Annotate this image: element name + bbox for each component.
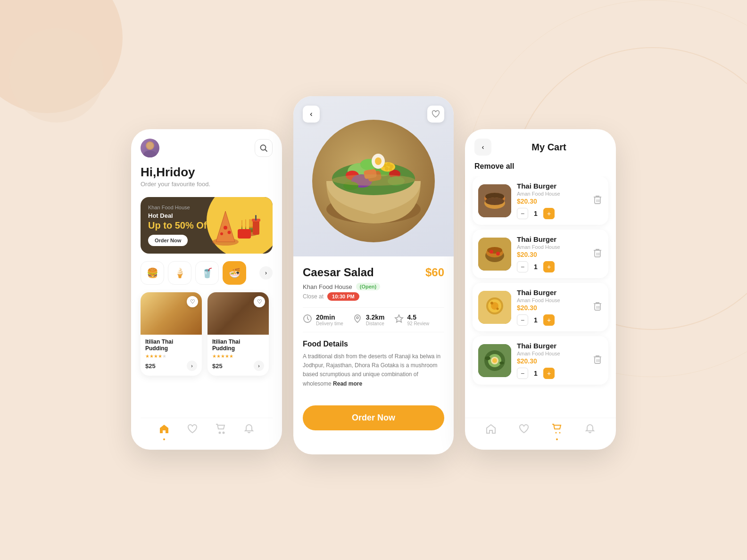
stat-rating: 4.5 92 Review bbox=[394, 313, 430, 326]
cart-nav-home[interactable] bbox=[486, 424, 496, 440]
nav-favorites[interactable] bbox=[187, 424, 198, 440]
read-more-link[interactable]: Read more bbox=[333, 380, 362, 387]
cart-item-1-increase[interactable]: + bbox=[543, 208, 555, 219]
svg-rect-17 bbox=[242, 214, 245, 230]
cart-item-3-store: Aman Food House bbox=[517, 297, 585, 303]
cart-item-3-decrease[interactable]: − bbox=[517, 314, 528, 326]
promo-banner[interactable]: Khan Food House Hot Deal Up to 50% Off O… bbox=[141, 197, 273, 254]
category-dessert[interactable]: 🍦 bbox=[168, 261, 191, 285]
stat-delivery-time: 20min Delivery time bbox=[303, 313, 343, 326]
food-card-1-image: ♡ bbox=[141, 292, 202, 335]
stat-distance: 3.2km Distance bbox=[353, 313, 385, 326]
svg-rect-22 bbox=[255, 215, 257, 221]
cart-item-4-increase[interactable]: + bbox=[543, 368, 555, 379]
svg-point-79 bbox=[492, 358, 497, 363]
svg-point-2 bbox=[147, 142, 153, 149]
category-noodles-active[interactable]: 🍜 bbox=[223, 261, 246, 285]
food-price: $60 bbox=[425, 266, 444, 279]
cart-item-2-count: 1 bbox=[532, 263, 540, 271]
phone-home: Hi,Hridoy Order your favourite food. Kha… bbox=[131, 129, 282, 450]
nav-cart[interactable] bbox=[216, 424, 226, 440]
cart-item-1-qty: − 1 + bbox=[517, 208, 585, 219]
svg-rect-18 bbox=[246, 215, 249, 230]
cart-item-2-delete[interactable] bbox=[592, 247, 603, 260]
food-card-1-heart[interactable]: ♡ bbox=[187, 296, 198, 307]
cart-icon bbox=[216, 424, 226, 437]
phone-detail: ‹ bbox=[293, 96, 454, 454]
svg-rect-63 bbox=[595, 250, 600, 257]
cart-item-2-name: Thai Burger bbox=[517, 235, 585, 243]
food-card-1-name: Itilian Thai Pudding bbox=[145, 338, 197, 352]
category-drinks[interactable]: 🥤 bbox=[195, 261, 219, 285]
promo-hot-deal: Hot Deal bbox=[148, 212, 210, 219]
bell-nav-icon bbox=[585, 424, 595, 437]
detail-favorite-button[interactable] bbox=[427, 106, 444, 123]
cart-item-3-delete[interactable] bbox=[592, 301, 603, 313]
order-now-button[interactable]: Order Now bbox=[303, 405, 444, 430]
nav-notifications[interactable] bbox=[244, 424, 254, 440]
cart-item-2-increase[interactable]: + bbox=[543, 261, 555, 272]
promo-cta-button[interactable]: Order Now bbox=[148, 235, 188, 246]
cart-item-2-decrease[interactable]: − bbox=[517, 261, 528, 272]
svg-point-86 bbox=[559, 432, 561, 434]
food-card-1-arrow[interactable]: › bbox=[187, 361, 197, 371]
svg-point-10 bbox=[228, 231, 231, 234]
detail-back-button[interactable]: ‹ bbox=[303, 106, 320, 123]
cart-item-2: Thai Burger Aman Food House $20.30 − 1 + bbox=[473, 230, 608, 278]
promo-food-image bbox=[211, 206, 268, 254]
cart-item-2-store: Aman Food House bbox=[517, 244, 585, 250]
svg-point-62 bbox=[496, 252, 500, 255]
food-card-2-arrow[interactable]: › bbox=[254, 361, 264, 371]
category-next-button[interactable]: › bbox=[259, 266, 273, 280]
cart-item-3-increase[interactable]: + bbox=[543, 314, 555, 326]
cart-item-4-qty: − 1 + bbox=[517, 368, 585, 379]
svg-rect-20 bbox=[253, 221, 259, 235]
cart-nav-notifications[interactable] bbox=[585, 424, 595, 440]
cart-item-1-count: 1 bbox=[532, 210, 540, 217]
cart-header: ‹ My Cart bbox=[465, 129, 616, 160]
food-card-2-price: $25 bbox=[212, 362, 223, 370]
food-card-2-heart[interactable]: ♡ bbox=[254, 296, 265, 307]
cart-item-1-store: Aman Food House bbox=[517, 191, 585, 197]
cart-item-4-price: $20.30 bbox=[517, 357, 585, 365]
cart-nav-cart-active[interactable] bbox=[552, 424, 562, 440]
cart-nav-favorites[interactable] bbox=[519, 424, 529, 440]
svg-point-81 bbox=[499, 362, 504, 364]
cart-item-4-delete[interactable] bbox=[592, 354, 603, 367]
cart-item-4-store: Aman Food House bbox=[517, 351, 585, 356]
nav-home[interactable] bbox=[159, 424, 169, 440]
cart-item-4-decrease[interactable]: − bbox=[517, 368, 528, 379]
cart-back-button[interactable]: ‹ bbox=[474, 139, 491, 156]
svg-point-80 bbox=[485, 356, 490, 360]
home-icon bbox=[159, 424, 169, 437]
food-card-2-price-row: $25 › bbox=[212, 361, 264, 371]
food-card-1[interactable]: ♡ Itilian Thai Pudding ★★★★★ $25 › bbox=[141, 292, 202, 376]
bell-icon bbox=[244, 424, 254, 437]
cart-nav-icon bbox=[552, 424, 562, 437]
cart-item-1-price: $20.30 bbox=[517, 198, 585, 205]
search-button[interactable] bbox=[255, 139, 273, 157]
home-nav-icon bbox=[486, 424, 496, 437]
food-cards-section: ♡ Itilian Thai Pudding ★★★★★ $25 › bbox=[141, 292, 273, 376]
food-card-1-price-row: $25 › bbox=[145, 361, 197, 371]
close-label: Close at bbox=[303, 293, 324, 300]
svg-point-39 bbox=[375, 157, 382, 165]
promo-discount: Up to 50% Off bbox=[148, 220, 210, 231]
cart-item-1-delete[interactable] bbox=[592, 194, 603, 207]
rating-label: 92 Review bbox=[407, 321, 430, 326]
svg-point-3 bbox=[261, 145, 266, 150]
cart-item-3-image bbox=[478, 291, 511, 324]
close-time: 10:30 PM bbox=[327, 292, 359, 301]
close-time-row: Close at 10:30 PM bbox=[303, 292, 444, 301]
food-card-2[interactable]: ♡ Itilian Thai Pudding ★★★★★ $25 › bbox=[208, 292, 269, 376]
food-card-1-stars: ★★★★★ bbox=[145, 354, 197, 359]
cart-item-1-decrease[interactable]: − bbox=[517, 208, 528, 219]
food-card-1-price: $25 bbox=[145, 362, 156, 370]
svg-point-24 bbox=[223, 432, 224, 434]
remove-all-button[interactable]: Remove all bbox=[465, 160, 616, 176]
category-burger[interactable]: 🍔 bbox=[141, 261, 164, 285]
cart-item-2-image bbox=[478, 238, 511, 271]
avatar[interactable] bbox=[141, 139, 159, 157]
promo-store: Khan Food House bbox=[148, 205, 210, 210]
cart-title: My Cart bbox=[491, 142, 606, 153]
